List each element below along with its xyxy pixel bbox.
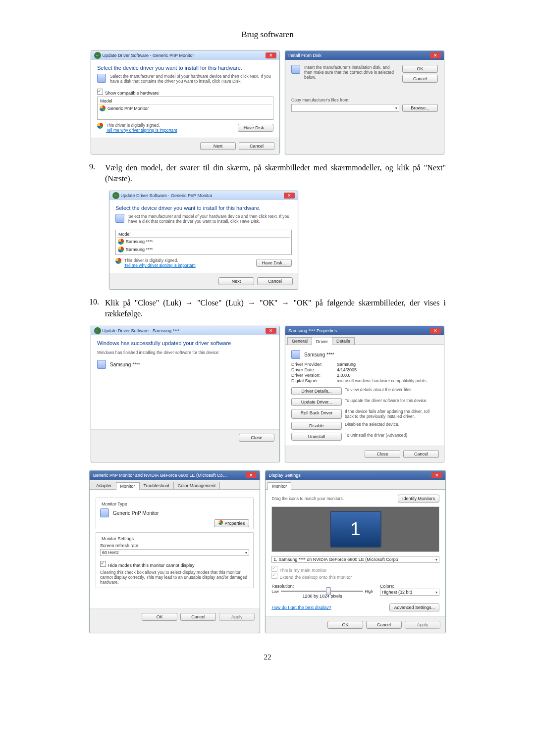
have-disk-button[interactable]: Have Disk... xyxy=(238,124,273,132)
have-disk-button[interactable]: Have Disk... xyxy=(256,259,292,267)
driver-details-button[interactable]: Driver Details... xyxy=(291,387,342,395)
shield-icon xyxy=(97,123,103,129)
tab-troubleshoot[interactable]: Troubleshoot xyxy=(139,482,174,489)
hardware-icon xyxy=(97,74,106,83)
wizard2-heading: Select the device driver you want to ins… xyxy=(115,205,292,211)
tab-monitor[interactable]: Monitor xyxy=(268,482,291,490)
monitor-settings-group: Monitor Settings xyxy=(100,536,135,541)
colors-select[interactable]: Highest (32 bit) xyxy=(380,589,439,596)
step-text: Klik på "Close" (Luk) → "Close" (Luk) → … xyxy=(105,298,446,319)
display-settings-window: Display Settings ✕ Monitor Drag the icon… xyxy=(265,470,446,633)
ifd-message: Insert the manufacturer's installation d… xyxy=(304,65,398,83)
cancel-button[interactable]: Cancel xyxy=(257,277,293,285)
model-item-2[interactable]: Samsung **** xyxy=(117,246,290,253)
shield-icon xyxy=(100,105,106,111)
uninstall-button[interactable]: Uninstall xyxy=(291,433,342,441)
close-icon[interactable]: ✕ xyxy=(430,328,441,334)
driver-properties-window: Samsung **** Properties ✕ General Driver… xyxy=(285,326,444,462)
wizard1-heading: Select the device driver you want to ins… xyxy=(97,65,273,71)
monitor-type-value: Generic PnP Monitor xyxy=(113,510,159,516)
hardware-icon xyxy=(115,214,124,223)
uninstall-desc: To uninstall the driver (Advanced). xyxy=(345,433,438,441)
wizard2-header: ← Update Driver Software - Generic PnP M… xyxy=(112,192,212,199)
close-icon[interactable]: ✕ xyxy=(284,193,295,199)
hide-modes-checkbox[interactable]: Hide modes that this monitor cannot disp… xyxy=(100,563,195,568)
tab-driver[interactable]: Driver xyxy=(312,338,332,345)
shield-icon xyxy=(218,520,223,525)
date-value: 4/14/2005 xyxy=(337,367,357,372)
browse-button[interactable]: Browse... xyxy=(402,104,438,112)
wizard2-desc: Select the manufacturer and model of you… xyxy=(128,214,292,224)
ok-button[interactable]: OK xyxy=(327,621,363,629)
model-item-generic[interactable]: Generic PnP Monitor xyxy=(99,104,272,112)
ok-button[interactable]: OK xyxy=(142,613,177,621)
model-item-1[interactable]: Samsung **** xyxy=(117,238,290,246)
driver-signed-label: This driver is digitally signed. xyxy=(124,258,196,263)
update-driver-desc: To update the driver software for this d… xyxy=(345,398,438,406)
step-number: 9. xyxy=(89,162,105,184)
rollback-driver-button[interactable]: Roll Back Driver xyxy=(291,409,342,419)
best-display-link[interactable]: How do I get the best display? xyxy=(271,605,331,610)
update-driver-button[interactable]: Update Driver... xyxy=(291,398,342,406)
cancel-button[interactable]: Cancel xyxy=(403,450,439,458)
close-icon[interactable]: ✕ xyxy=(266,52,276,58)
version-label: Driver Version: xyxy=(291,373,337,378)
disable-button[interactable]: Disable xyxy=(291,422,342,430)
tab-general[interactable]: General xyxy=(287,337,312,345)
monitor-icon xyxy=(97,360,106,369)
copy-from-label: Copy manufacturer's files from: xyxy=(291,98,438,102)
apply-button[interactable]: Apply xyxy=(405,621,440,629)
close-icon[interactable]: ✕ xyxy=(431,472,442,478)
monitor-preview[interactable]: 1 xyxy=(330,511,381,548)
refresh-rate-select[interactable]: 60 Hertz xyxy=(100,549,249,556)
properties-button[interactable]: Properties xyxy=(214,519,249,527)
ok-button[interactable]: OK xyxy=(402,65,438,73)
monitor-select[interactable]: 1. Samsung **** on NVIDIA GeForce 6600 L… xyxy=(271,556,439,563)
tab-adapter[interactable]: Adapter xyxy=(92,482,116,489)
date-label: Driver Date: xyxy=(291,367,337,372)
monitor-icon xyxy=(100,508,109,517)
cancel-button[interactable]: Cancel xyxy=(366,621,402,629)
monitor-type-group: Monitor Type xyxy=(100,502,129,506)
cancel-button[interactable]: Cancel xyxy=(180,613,216,621)
close-button[interactable]: Close xyxy=(239,434,274,442)
advanced-settings-button[interactable]: Advanced Settings... xyxy=(389,604,439,611)
close-icon[interactable]: ✕ xyxy=(246,472,257,478)
identify-monitors-button[interactable]: Identify Monitors xyxy=(398,495,439,503)
close-icon[interactable]: ✕ xyxy=(430,52,441,58)
res-low-label: Low xyxy=(271,589,279,594)
signing-link[interactable]: Tell me why driver signing is important xyxy=(124,263,196,268)
next-button[interactable]: Next xyxy=(200,142,236,150)
close-icon[interactable]: ✕ xyxy=(266,328,276,334)
resolution-slider[interactable] xyxy=(281,591,363,592)
tab-details[interactable]: Details xyxy=(332,337,355,345)
provider-label: Driver Provider: xyxy=(291,362,337,367)
finish-device: Samsung **** xyxy=(110,362,140,367)
signer-label: Digital Signer: xyxy=(291,378,337,383)
shield-icon xyxy=(118,239,124,245)
close-button[interactable]: Close xyxy=(365,450,400,458)
tab-monitor[interactable]: Monitor xyxy=(116,482,140,490)
cancel-button[interactable]: Cancel xyxy=(402,75,438,83)
signing-link[interactable]: Tell me why driver signing is important xyxy=(106,128,177,133)
cancel-button[interactable]: Cancel xyxy=(239,142,274,150)
show-compatible-checkbox[interactable]: Show compatible hardware xyxy=(97,91,159,96)
install-from-disk-dialog: Install From Disk ✕ Insert the manufactu… xyxy=(285,50,444,154)
tab-color-management[interactable]: Color Management xyxy=(173,482,220,489)
provider-value: Samsung xyxy=(337,362,356,367)
drive-select[interactable] xyxy=(291,104,399,112)
rollback-driver-desc: If the device fails after updating the d… xyxy=(345,409,438,419)
main-monitor-checkbox: This is my main monitor xyxy=(271,568,326,573)
next-button[interactable]: Next xyxy=(218,277,254,285)
finish-header: ← Update Driver Software - Samsung **** xyxy=(94,327,180,334)
drag-label: Drag the icons to match your monitors. xyxy=(271,496,344,501)
monitor-properties-window: Generic PnP Monitor and NVIDIA GeForce 6… xyxy=(89,470,260,633)
update-driver-wizard-2: ← Update Driver Software - Generic PnP M… xyxy=(109,191,298,290)
disable-desc: Disables the selected device. xyxy=(345,422,438,430)
colors-label: Colors: xyxy=(380,584,439,589)
apply-button[interactable]: Apply xyxy=(219,613,255,621)
disk-icon xyxy=(291,65,300,74)
update-driver-wizard-1: ← Update Driver Software - Generic PnP M… xyxy=(91,50,280,154)
props-device-name: Samsung **** xyxy=(304,352,334,357)
page-number: 22 xyxy=(89,653,446,661)
